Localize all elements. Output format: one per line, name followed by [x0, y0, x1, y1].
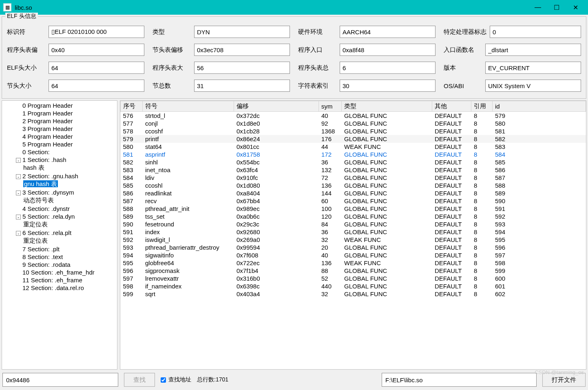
table-row[interactable]: 595globfree640x722ec136WEAK FUNCDEFAULT8… [121, 259, 586, 267]
search-button[interactable]: 查找 [124, 373, 155, 387]
type-input[interactable] [194, 26, 290, 38]
table-row[interactable]: 599sqrt0x403a432GLOBAL FUNCDEFAULT8602 [121, 290, 586, 298]
phoff-input[interactable] [49, 44, 144, 56]
phnum-input[interactable] [340, 62, 435, 74]
phoff-label: 程序头表偏 [7, 46, 45, 54]
tree-item[interactable]: 重定位表 [4, 237, 115, 245]
minimize-button[interactable]: — [528, 0, 547, 15]
tree-item[interactable]: 2 Program Header [4, 117, 115, 125]
tree-toggle-icon[interactable]: - [16, 231, 21, 236]
col-ref[interactable]: 引用 [471, 101, 493, 112]
col-id[interactable]: id [493, 101, 586, 112]
table-row[interactable]: 588pthread_attr_init0x989ec100GLOBAL FUN… [121, 205, 586, 213]
tree-item[interactable]: 9 Section: .rodata [4, 261, 115, 268]
entryfn-input[interactable] [485, 44, 581, 56]
table-row[interactable]: 592iswdigit_l0x269a032WEAK FUNCDEFAULT85… [121, 236, 586, 244]
tree-item[interactable]: 0 Section: [4, 148, 115, 156]
table-row[interactable]: 598if_nameindex0x6398c440GLOBAL FUNCDEFA… [121, 282, 586, 290]
ident-input[interactable] [49, 26, 144, 38]
tree-item[interactable]: hash 表 [4, 164, 115, 172]
version-input[interactable] [485, 62, 581, 74]
version-label: 版本 [444, 64, 482, 72]
tree-item[interactable]: 动态符号表 [4, 196, 115, 205]
ehsize-input[interactable] [49, 62, 144, 74]
file-path-input[interactable] [382, 373, 537, 387]
table-row[interactable]: 581asprintf0x81758172GLOBAL FUNCDEFAULT8… [121, 151, 586, 158]
section-tree[interactable]: 0 Program Header1 Program Header2 Progra… [2, 100, 117, 370]
table-row[interactable]: 580stat640x801cc44WEAK FUNCDEFAULT8583 [121, 143, 586, 151]
maximize-button[interactable]: ☐ [547, 0, 566, 15]
table-row[interactable]: 590fesetround0x29c3c84GLOBAL FUNCDEFAULT… [121, 220, 586, 228]
shstrndx-input[interactable] [340, 80, 435, 92]
titlebar: ▦ libc.so — ☐ ✕ [0, 0, 588, 15]
tree-item[interactable]: -3 Section: .dynsym [4, 188, 115, 196]
tree-toggle-icon[interactable]: - [16, 174, 21, 179]
flags-input[interactable] [490, 26, 581, 38]
table-row[interactable]: 576strtod_l0x372dc40GLOBAL FUNCDEFAULT85… [121, 112, 586, 120]
machine-label: 硬件环境 [298, 28, 336, 36]
table-row[interactable]: 583inet_ntoa0x63fc4132GLOBAL FUNCDEFAULT… [121, 166, 586, 174]
tree-item[interactable]: 1 Program Header [4, 109, 115, 117]
table-row[interactable]: 594sigwaitinfo0x7f60840GLOBAL FUNCDEFAUL… [121, 251, 586, 259]
tree-toggle-icon[interactable]: - [16, 158, 21, 163]
tree-item[interactable]: 7 Section: .plt [4, 245, 115, 253]
table-row[interactable]: 578ccoshf0x1cb281368GLOBAL FUNCDEFAULT85… [121, 127, 586, 135]
search-address-checkbox[interactable] [161, 377, 166, 383]
tree-item[interactable]: -5 Section: .rela.dyn [4, 213, 115, 220]
shnum-input[interactable] [194, 80, 290, 92]
table-row[interactable]: 596sigprocmask0x7f1b488GLOBAL FUNCDEFAUL… [121, 267, 586, 275]
col-seq[interactable]: 序号 [121, 101, 143, 112]
table-row[interactable]: 579printf0x86e24176GLOBAL FUNCDEFAULT858… [121, 135, 586, 143]
tree-item[interactable]: 4 Program Header [4, 133, 115, 140]
close-button[interactable]: ✕ [566, 0, 585, 15]
phsize-input[interactable] [194, 62, 290, 74]
col-other[interactable]: 其他 [432, 101, 471, 112]
entry-input[interactable] [340, 44, 435, 56]
tree-item[interactable]: 8 Section: .text [4, 253, 115, 261]
machine-input[interactable] [340, 26, 435, 38]
shstrndx-label: 字符表索引 [298, 82, 336, 90]
table-row[interactable]: 597lremovexattr0x316b052GLOBAL FUNCDEFAU… [121, 275, 586, 282]
table-row[interactable]: 585ccoshl0x1d080136GLOBAL FUNCDEFAULT858… [121, 182, 586, 189]
table-row[interactable]: 586readlinkat0xa8404144GLOBAL FUNCDEFAUL… [121, 189, 586, 197]
shoff-input[interactable] [194, 44, 290, 56]
type-label: 类型 [153, 28, 191, 36]
tree-item[interactable]: 4 Section: .dynstr [4, 205, 115, 213]
table-row[interactable]: 593pthread_barrierattr_destroy0x9959420G… [121, 244, 586, 251]
search-address-label: 查找地址 [168, 376, 191, 383]
table-row[interactable]: 587recv0x67bb460GLOBAL FUNCDEFAULT8590 [121, 197, 586, 205]
total-rows-label: 总行数:1701 [197, 376, 228, 383]
table-row[interactable]: 591index0x9268036GLOBAL FUNCDEFAULT8594 [121, 228, 586, 236]
tree-item[interactable]: -6 Section: .rela.plt [4, 229, 115, 237]
tree-item[interactable]: 12 Section: .data.rel.ro [4, 284, 115, 292]
table-row[interactable]: 582sinhl0x554bc36GLOBAL FUNCDEFAULT8585 [121, 158, 586, 166]
app-icon: ▦ [3, 3, 11, 11]
tree-item[interactable]: 5 Program Header [4, 140, 115, 148]
phnum-label: 程序头表总 [298, 64, 336, 72]
symbol-table[interactable]: 序号 符号 偏移 sym 类型 其他 引用 id 576strtod_l0x37… [120, 100, 586, 370]
address-input[interactable] [2, 373, 118, 387]
tree-item[interactable]: 重定位表 [4, 220, 115, 229]
tree-item[interactable]: 0 Program Header [4, 102, 115, 109]
tree-item[interactable]: -1 Section: .hash [4, 156, 115, 164]
tree-item[interactable]: 11 Section: .eh_frame [4, 276, 115, 284]
table-row[interactable]: 584ldiv0x910fc72GLOBAL FUNCDEFAULT8587 [121, 174, 586, 182]
shentsize-input[interactable] [49, 80, 144, 92]
tree-item[interactable]: 10 Section: .eh_frame_hdr [4, 268, 115, 276]
col-symbol[interactable]: 符号 [143, 101, 234, 112]
tree-item[interactable]: 3 Program Header [4, 125, 115, 133]
tree-item[interactable]: gnu hash 表 [4, 180, 115, 188]
entry-label: 程序入口 [298, 46, 336, 54]
tree-toggle-icon[interactable]: - [16, 215, 21, 219]
col-offset[interactable]: 偏移 [234, 101, 319, 112]
col-sym[interactable]: sym [319, 101, 342, 112]
table-row[interactable]: 589tss_set0xa0b6c120GLOBAL FUNCDEFAULT85… [121, 213, 586, 220]
osabi-input[interactable] [485, 80, 581, 92]
table-row[interactable]: 577conjl0x1d8e092GLOBAL FUNCDEFAULT8580 [121, 120, 586, 127]
col-type[interactable]: 类型 [342, 101, 432, 112]
open-file-button[interactable]: 打开文件 [542, 373, 586, 387]
tree-toggle-icon[interactable]: - [16, 191, 21, 195]
tree-item[interactable]: -2 Section: .gnu.hash [4, 172, 115, 180]
window-title: libc.so [15, 4, 528, 11]
shnum-label: 节总数 [153, 82, 191, 90]
